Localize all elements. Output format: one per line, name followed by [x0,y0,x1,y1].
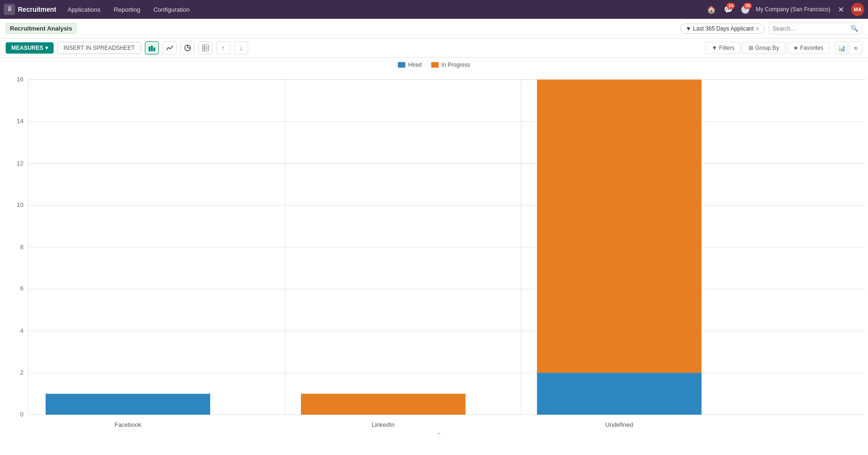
chart-legend: Hired In Progress [0,58,868,70]
y-label-8: 8 [20,243,24,251]
svg-rect-0 [149,47,150,51]
search-bar[interactable]: 🔍 [768,23,862,34]
bar-chart: 16 14 12 10 8 6 4 2 0 Facebook Linke [0,70,868,434]
nav-configuration[interactable]: Configuration [148,3,195,16]
group-by-button[interactable]: ⊞ Group By [742,42,785,54]
chart-container: Hired In Progress 16 14 12 10 [0,58,868,437]
measures-label: MEASURES [11,45,43,51]
toolbar: MEASURES ▾ INSERT IN SPREADSHEET ↑ ↓ ▼ F… [0,39,868,58]
filter-tag-last365[interactable]: ▼ Last 365 Days Applicant × [680,24,765,34]
user-avatar[interactable]: MA [851,3,864,16]
x-label-facebook: Facebook [114,421,141,428]
legend-in-progress: In Progress [431,62,470,68]
chart-svg: 16 14 12 10 8 6 4 2 0 Facebook Linke [0,70,868,434]
y-label-4: 4 [20,327,24,334]
home-icon-btn[interactable]: 🏠 [705,3,718,16]
legend-hired-label: Hired [408,62,422,68]
chart-view-btn[interactable]: 📊 [835,41,848,55]
nav-right-section: 🏠 💬 14 🕐 38 My Company (San Francisco) ✕… [705,3,864,16]
page-title: Recruitment Analysis [6,23,76,34]
favorites-label: Favorites [800,45,823,51]
insert-spreadsheet-button[interactable]: INSERT IN SPREADSHEET [57,42,141,54]
list-view-btn[interactable]: ≡ [849,41,862,55]
view-toggle: 📊 ≡ [835,41,862,55]
svg-rect-6 [202,45,209,51]
y-label-0: 0 [20,411,24,418]
nav-applications[interactable]: Applications [62,3,106,16]
bar-linkedin-in-progress[interactable] [301,394,466,415]
y-label-2: 2 [20,369,24,376]
filter-tag-label: Last 365 Days Applicant [693,25,754,32]
logo-icon: ⠿ [4,4,15,15]
y-label-6: 6 [20,285,24,292]
messages-badge: 14 [726,3,735,9]
top-navigation: ⠿ Recruitment Applications Reporting Con… [0,0,868,19]
legend-hired-color [398,62,405,68]
sub-header: Recruitment Analysis ▼ Last 365 Days App… [0,19,868,39]
x-label-linkedin: LinkedIn [371,421,395,428]
y-label-16: 16 [17,76,24,83]
filter-tag-remove[interactable]: × [756,25,759,32]
bar-undefined-hired[interactable] [537,373,702,415]
y-label-12: 12 [17,160,24,167]
sort-asc-btn[interactable]: ↑ [216,41,230,55]
favorites-button[interactable]: ★ Favorites [787,42,829,54]
filters-label: Filters [719,45,734,51]
filters-button[interactable]: ▼ Filters [705,42,741,54]
messages-btn[interactable]: 💬 14 [722,3,735,16]
filter-funnel-icon: ▼ [686,25,691,32]
activity-btn[interactable]: 🕐 38 [739,3,752,16]
nav-reporting[interactable]: Reporting [108,3,146,16]
legend-in-progress-label: In Progress [442,62,470,68]
filter-icon: ▼ [711,45,717,51]
svg-rect-2 [153,47,155,51]
sort-desc-btn[interactable]: ↓ [234,41,248,55]
groupby-icon: ⊞ [749,45,753,51]
activity-badge: 38 [743,3,752,9]
star-icon: ★ [793,45,798,51]
bar-chart-btn[interactable] [145,41,159,55]
pie-chart-btn[interactable] [181,41,195,55]
user-initials: MA [853,7,861,12]
x-label-undefined: Undefined [605,421,633,428]
bar-facebook-hired[interactable] [46,394,210,415]
legend-hired: Hired [398,62,422,68]
svg-rect-1 [151,46,153,51]
settings-icon[interactable]: ✕ [834,3,847,16]
y-label-10: 10 [17,201,24,208]
measures-button[interactable]: MEASURES ▾ [6,42,54,54]
dropdown-arrow-icon: ▾ [45,45,48,51]
toolbar-right: ▼ Filters ⊞ Group By ★ Favorites 📊 ≡ [705,41,862,55]
app-name: Recruitment [18,6,56,13]
search-icon[interactable]: 🔍 [851,25,858,32]
group-by-label: Group By [755,45,779,51]
search-input[interactable] [773,25,849,32]
app-logo[interactable]: ⠿ Recruitment [4,4,56,15]
bar-undefined-in-progress[interactable] [537,79,702,373]
legend-in-progress-color [431,62,439,68]
y-label-14: 14 [17,118,24,125]
company-name[interactable]: My Company (San Francisco) [756,6,830,13]
table-btn[interactable] [198,41,213,55]
x-axis-label: Source [437,432,456,434]
line-chart-btn[interactable] [163,41,177,55]
